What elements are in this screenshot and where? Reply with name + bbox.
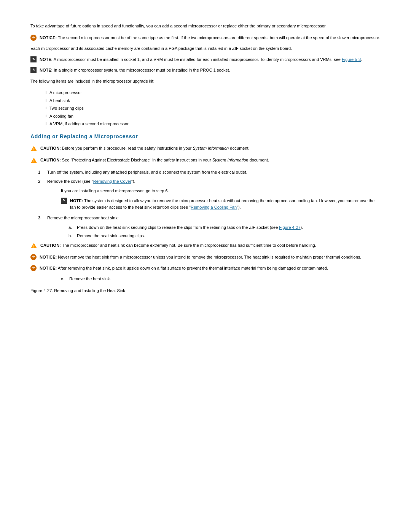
caution-content-1: Before you perform this procedure, read … <box>62 146 250 150</box>
note-text-2: NOTE: In a single microprocessor system,… <box>40 67 230 73</box>
notice-text-2: NOTICE: Never remove the heat sink from … <box>40 254 361 260</box>
note-label-nested: NOTE: <box>70 198 83 203</box>
note-box-nested: ✎ NOTE: The system is designed to allow … <box>61 198 381 210</box>
list-item-3: l Two securing clips <box>46 105 381 112</box>
notice-content-1: The second microprocessor must be of the… <box>58 35 380 40</box>
alpha-item-c: c. Remove the heat sink. <box>61 276 381 282</box>
svg-text:!: ! <box>33 244 35 248</box>
step-2-num: 2. <box>38 178 44 185</box>
alpha-list-c: c. Remove the heat sink. <box>61 276 381 282</box>
alpha-item-b: b. Remove the heat sink securing clips. <box>68 233 381 239</box>
alpha-label-b: b. <box>68 233 74 239</box>
step-3: 3. Remove the microprocessor heat sink: <box>38 215 381 221</box>
list-item-5: l A VRM, if adding a second microprocess… <box>46 121 381 127</box>
caution-icon-3: ! <box>30 243 37 251</box>
caution-label-1: CAUTION: <box>40 146 61 150</box>
svg-text:!: ! <box>33 159 35 163</box>
kit-item-3: Two securing clips <box>49 105 84 112</box>
alpha-label-a: a. <box>68 224 74 231</box>
kit-text: The following items are included in the … <box>30 78 381 85</box>
note-label-2: NOTE: <box>40 68 53 72</box>
alpha-item-a: a. Press down on the heat-sink securing … <box>68 224 381 231</box>
list-item-4: l A cooling fan <box>46 113 381 120</box>
note-label-1: NOTE: <box>40 57 53 62</box>
note-content-2: In a single microprocessor system, the m… <box>54 68 230 72</box>
step-1-num: 1. <box>38 169 44 176</box>
caution-label-2: CAUTION: <box>40 158 61 162</box>
note-icon-2: ✎ <box>30 67 37 73</box>
caution-content-3: The microprocessor and heat sink can bec… <box>62 243 316 248</box>
caution-content-2: See "Protecting Against Electrostatic Di… <box>62 158 269 162</box>
notice-content-3: After removing the heat sink, place it u… <box>58 266 328 270</box>
figure-caption: Figure 4-27. Removing and Installing the… <box>30 288 381 294</box>
figure-5-3-link[interactable]: Figure 5-3 <box>342 57 361 62</box>
step-2-subtext: If you are installing a second microproc… <box>61 188 381 194</box>
notice-box-2: ➔ NOTICE: Never remove the heat sink fro… <box>30 254 381 260</box>
note-box-2: ✎ NOTE: In a single microprocessor syste… <box>30 67 381 73</box>
note-content-nested: The system is designed to allow you to r… <box>70 198 374 209</box>
steps-list: 1. Turn off the system, including any at… <box>38 169 381 239</box>
list-item-1: l A microprocessor <box>46 89 381 96</box>
caution-box-1: ! CAUTION: Before you perform this proce… <box>30 145 381 153</box>
step-1: 1. Turn off the system, including any at… <box>38 169 381 176</box>
step-1-text: Turn off the system, including any attac… <box>47 169 247 176</box>
kit-item-2: A heat sink <box>49 97 70 104</box>
notice-text-1: NOTICE: The second microprocessor must b… <box>40 35 380 41</box>
list-item-2: l A heat sink <box>46 97 381 104</box>
pga-text: Each microprocessor and its associated c… <box>30 45 381 52</box>
notice-box-1: ➔ NOTICE: The second microprocessor must… <box>30 35 381 41</box>
notice-label-1: NOTICE: <box>40 35 57 40</box>
removing-cover-link[interactable]: Removing the Cover <box>93 179 131 184</box>
alpha-text-c: Remove the heat sink. <box>69 276 111 282</box>
kit-item-4: A cooling fan <box>49 113 73 120</box>
alpha-label-c: c. <box>61 276 66 282</box>
notice-text-3: NOTICE: After removing the heat sink, pl… <box>40 265 328 272</box>
notice-box-3: ➔ NOTICE: After removing the heat sink, … <box>30 265 381 272</box>
note-text-nested: NOTE: The system is designed to allow yo… <box>70 198 381 210</box>
svg-text:!: ! <box>33 147 35 151</box>
note-content-1: A microprocessor must be installed in so… <box>54 57 362 62</box>
notice-label-2: NOTICE: <box>40 255 57 259</box>
kit-item-1: A microprocessor <box>49 89 82 96</box>
notice-icon-3: ➔ <box>30 265 37 271</box>
caution-icon-2: ! <box>30 157 37 165</box>
bullet-4: l <box>46 114 46 119</box>
kit-item-5: A VRM, if adding a second microprocessor <box>49 121 129 127</box>
caution-box-3: ! CAUTION: The microprocessor and heat s… <box>30 242 381 251</box>
caution-text-1: CAUTION: Before you perform this procedu… <box>40 145 250 152</box>
note-icon-1: ✎ <box>30 56 37 62</box>
figure-4-27-link-a[interactable]: Figure 4-27 <box>279 225 300 230</box>
caution-text-2: CAUTION: See "Protecting Against Electro… <box>40 157 269 163</box>
notice-icon-2: ➔ <box>30 254 37 260</box>
caution-text-3: CAUTION: The microprocessor and heat sin… <box>40 242 316 249</box>
note-text-1: NOTE: A microprocessor must be installed… <box>40 56 362 63</box>
step-2-note: ✎ NOTE: The system is designed to allow … <box>61 198 381 210</box>
bullet-2: l <box>46 98 46 104</box>
removing-cooling-fan-link[interactable]: Removing a Cooling Fan <box>191 205 237 209</box>
notice-content-2: Never remove the heat sink from a microp… <box>58 255 361 259</box>
kit-items-list: l A microprocessor l A heat sink l Two s… <box>46 89 381 127</box>
caution-icon-1: ! <box>30 145 37 153</box>
alpha-list-3: a. Press down on the heat-sink securing … <box>68 224 381 239</box>
step-2-text: Remove the cover (see "Removing the Cove… <box>47 178 135 185</box>
notice-icon-1: ➔ <box>30 35 37 41</box>
note-icon-nested: ✎ <box>61 198 67 204</box>
intro-paragraph: To take advantage of future options in s… <box>30 23 381 29</box>
caution-label-3: CAUTION: <box>40 243 61 248</box>
caution-box-2: ! CAUTION: See "Protecting Against Elect… <box>30 157 381 165</box>
step-3-text: Remove the microprocessor heat sink: <box>47 215 119 221</box>
alpha-text-b: Remove the heat sink securing clips. <box>77 233 145 239</box>
bullet-1: l <box>46 90 46 96</box>
section-heading: Adding or Replacing a Microprocessor <box>30 133 381 141</box>
alpha-text-a: Press down on the heat-sink securing cli… <box>77 224 303 231</box>
note-box-1: ✎ NOTE: A microprocessor must be install… <box>30 56 381 63</box>
bullet-5: l <box>46 121 46 127</box>
step-3-num: 3. <box>38 215 44 221</box>
step-2: 2. Remove the cover (see "Removing the C… <box>38 178 381 185</box>
bullet-3: l <box>46 106 46 111</box>
notice-label-3: NOTICE: <box>40 266 57 270</box>
